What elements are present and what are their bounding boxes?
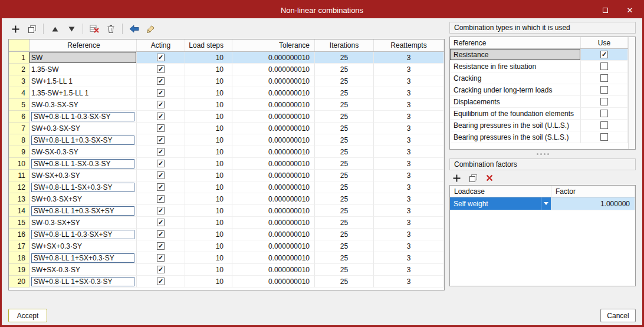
reference-cell[interactable]: SW-0.3·SX+SY <box>29 217 137 229</box>
column-header[interactable]: Use <box>581 37 628 48</box>
reattempts-cell[interactable]: 3 <box>374 111 444 123</box>
accept-button[interactable]: Accept <box>8 309 47 322</box>
reference-cell[interactable]: SW+0.3·SX-SY <box>29 123 137 134</box>
use-checkbox[interactable] <box>600 62 608 70</box>
acting-checkbox[interactable]: ✓ <box>157 101 165 108</box>
tolerance-cell[interactable]: 0.000000010 <box>232 193 315 205</box>
use-checkbox[interactable] <box>600 133 608 141</box>
use-checkbox[interactable] <box>600 86 608 94</box>
table-row[interactable]: 6SW+0.8·LL 1-0.3·SX-SY✓100.000000010253 <box>9 111 444 123</box>
iterations-cell[interactable]: 25 <box>315 75 374 87</box>
combination-type-row[interactable]: Cracking <box>450 72 628 84</box>
acting-checkbox[interactable]: ✓ <box>157 183 165 191</box>
delete-button[interactable] <box>104 22 118 35</box>
acting-cell[interactable]: ✓ <box>137 252 185 264</box>
table-row[interactable]: 13SW+0.3·SX+SY✓100.000000010253 <box>9 193 444 205</box>
tolerance-cell[interactable]: 0.000000010 <box>232 252 315 264</box>
table-row[interactable]: 14SW+0.8·LL 1+0.3·SX+SY✓100.000000010253 <box>9 205 444 217</box>
reattempts-cell[interactable]: 3 <box>374 99 444 111</box>
tolerance-cell[interactable]: 0.000000010 <box>232 229 315 240</box>
tolerance-cell[interactable]: 0.000000010 <box>232 64 315 75</box>
acting-checkbox[interactable]: ✓ <box>157 89 165 97</box>
combination-type-row[interactable]: Resistance in fire situation <box>450 61 628 72</box>
combination-type-row[interactable]: Cracking under long-term loads <box>450 84 628 96</box>
reference-cell[interactable]: SW+0.8·LL 1-SX+0.3·SY <box>29 181 137 193</box>
acting-checkbox[interactable]: ✓ <box>157 136 165 144</box>
tolerance-cell[interactable]: 0.000000010 <box>232 123 315 134</box>
use-cell[interactable] <box>581 120 628 131</box>
undo-button[interactable] <box>127 22 141 35</box>
iterations-cell[interactable]: 25 <box>315 252 374 264</box>
reattempts-cell[interactable]: 3 <box>374 123 444 134</box>
column-header[interactable]: Acting <box>137 39 185 51</box>
add-factor-button[interactable] <box>449 171 464 184</box>
acting-cell[interactable]: ✓ <box>137 146 185 158</box>
load-steps-cell[interactable]: 10 <box>185 146 232 158</box>
reference-cell[interactable]: SW+0.8·LL 1+0.3·SX+SY <box>29 205 137 217</box>
copy-factor-button[interactable] <box>466 171 480 184</box>
tolerance-cell[interactable]: 0.000000010 <box>232 99 315 111</box>
acting-cell[interactable]: ✓ <box>137 111 185 123</box>
load-steps-cell[interactable]: 10 <box>185 217 232 229</box>
loadcase-dropdown[interactable]: Self weight <box>450 197 551 210</box>
iterations-cell[interactable]: 25 <box>315 64 374 75</box>
tolerance-cell[interactable]: 0.000000010 <box>232 146 315 158</box>
iterations-cell[interactable]: 25 <box>315 134 374 146</box>
reattempts-cell[interactable]: 3 <box>374 217 444 229</box>
move-down-button[interactable] <box>64 22 78 35</box>
acting-cell[interactable]: ✓ <box>137 181 185 193</box>
acting-checkbox[interactable]: ✓ <box>157 278 165 285</box>
load-steps-cell[interactable]: 10 <box>185 52 232 64</box>
reattempts-cell[interactable]: 3 <box>374 240 444 252</box>
column-header[interactable]: Factor <box>551 186 635 197</box>
table-row[interactable]: 41.35·SW+1.5·LL 1✓100.000000010253 <box>9 87 444 99</box>
iterations-cell[interactable]: 25 <box>315 276 374 288</box>
table-row[interactable]: 21.35·SW✓100.000000010253 <box>9 64 444 75</box>
acting-checkbox[interactable]: ✓ <box>157 113 165 120</box>
type-label[interactable]: Bearing pressures in the soil (S.L.S.) <box>450 131 581 143</box>
reattempts-cell[interactable]: 3 <box>374 193 444 205</box>
table-row[interactable]: 19SW+SX-0.3·SY✓100.000000010253 <box>9 264 444 276</box>
reference-cell[interactable]: SW-SX+0.3·SY <box>29 170 137 181</box>
type-label[interactable]: Resistance in fire situation <box>450 61 581 72</box>
iterations-cell[interactable]: 25 <box>315 205 374 217</box>
acting-cell[interactable]: ✓ <box>137 158 185 170</box>
reference-cell[interactable]: SW+0.3·SX+SY <box>29 193 137 205</box>
reattempts-cell[interactable]: 3 <box>374 64 444 75</box>
tolerance-cell[interactable]: 0.000000010 <box>232 240 315 252</box>
acting-checkbox[interactable]: ✓ <box>157 148 165 156</box>
load-steps-cell[interactable]: 10 <box>185 99 232 111</box>
load-steps-cell[interactable]: 10 <box>185 134 232 146</box>
acting-cell[interactable]: ✓ <box>137 75 185 87</box>
tolerance-cell[interactable]: 0.000000010 <box>232 134 315 146</box>
iterations-cell[interactable]: 25 <box>315 181 374 193</box>
load-steps-cell[interactable]: 10 <box>185 240 232 252</box>
load-steps-cell[interactable]: 10 <box>185 205 232 217</box>
type-label[interactable]: Bearing pressures in the soil (U.L.S.) <box>450 120 581 131</box>
combination-type-row[interactable]: Displacements <box>450 96 628 108</box>
scrollbar-track[interactable] <box>628 37 635 149</box>
reattempts-cell[interactable]: 3 <box>374 181 444 193</box>
load-steps-cell[interactable]: 10 <box>185 75 232 87</box>
tolerance-cell[interactable]: 0.000000010 <box>232 205 315 217</box>
table-row[interactable]: 10SW+0.8·LL 1-SX-0.3·SY✓100.000000010253 <box>9 158 444 170</box>
table-row[interactable]: 9SW-SX-0.3·SY✓100.000000010253 <box>9 146 444 158</box>
load-steps-cell[interactable]: 10 <box>185 111 232 123</box>
tolerance-cell[interactable]: 0.000000010 <box>232 181 315 193</box>
acting-cell[interactable]: ✓ <box>137 64 185 75</box>
table-row[interactable]: 8SW+0.8·LL 1+0.3·SX-SY✓100.000000010253 <box>9 134 444 146</box>
column-header[interactable]: Tolerance <box>232 39 315 51</box>
reference-cell[interactable]: 1.35·SW <box>29 64 137 75</box>
iterations-cell[interactable]: 25 <box>315 170 374 181</box>
table-row[interactable]: 15SW-0.3·SX+SY✓100.000000010253 <box>9 217 444 229</box>
acting-cell[interactable]: ✓ <box>137 52 185 64</box>
acting-checkbox[interactable]: ✓ <box>157 266 165 273</box>
reattempts-cell[interactable]: 3 <box>374 158 444 170</box>
acting-checkbox[interactable]: ✓ <box>157 254 165 262</box>
panel-splitter[interactable] <box>449 151 636 157</box>
acting-checkbox[interactable]: ✓ <box>157 195 165 203</box>
acting-checkbox[interactable]: ✓ <box>157 207 165 214</box>
acting-cell[interactable]: ✓ <box>137 264 185 276</box>
acting-checkbox[interactable]: ✓ <box>157 160 165 167</box>
use-cell[interactable] <box>581 84 628 96</box>
